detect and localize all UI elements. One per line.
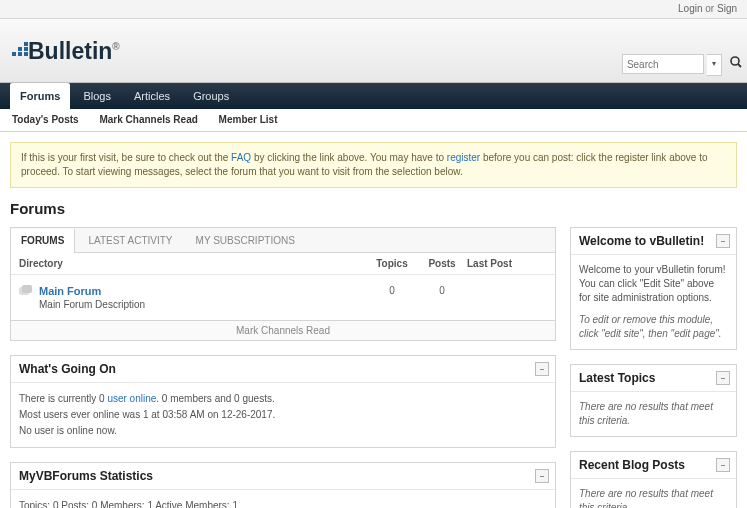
faq-link[interactable]: FAQ [231, 152, 251, 163]
collapse-icon[interactable]: – [716, 458, 730, 472]
site-logo[interactable]: Bulletin® [12, 38, 120, 65]
recent-blog-posts-block: Recent Blog Posts – There are no results… [570, 451, 737, 508]
empty-message: There are no results that meet this crit… [579, 488, 713, 508]
tab-latest-activity[interactable]: LATEST ACTIVITY [78, 229, 182, 253]
login-link[interactable]: Login [678, 3, 702, 14]
forum-row: Main Forum Main Forum Description 0 0 [11, 275, 555, 320]
signup-link[interactable]: Sign [717, 3, 737, 14]
wgo-line: Most users ever online was 1 at 03:58 AM… [19, 407, 547, 423]
col-last-post: Last Post [467, 258, 547, 269]
subnav-member-list[interactable]: Member List [219, 114, 278, 125]
block-title: Welcome to vBulletin! [579, 234, 704, 248]
latest-topics-block: Latest Topics – There are no results tha… [570, 364, 737, 437]
wgo-line: No user is online now. [19, 423, 547, 439]
empty-message: There are no results that meet this crit… [579, 401, 713, 426]
forum-last-post [467, 285, 547, 310]
stats-line: Topics: 0 Posts: 0 Members: 1 Active Mem… [19, 498, 547, 508]
nav-forums[interactable]: Forums [10, 83, 70, 109]
col-directory: Directory [19, 258, 367, 269]
collapse-icon[interactable]: – [716, 234, 730, 248]
search-icon[interactable] [729, 54, 743, 74]
nav-articles[interactable]: Articles [124, 83, 180, 109]
col-topics: Topics [367, 258, 417, 269]
svg-rect-1 [18, 47, 22, 51]
top-or: or [705, 3, 714, 14]
search-input[interactable] [622, 54, 704, 74]
nav-blogs[interactable]: Blogs [73, 83, 121, 109]
forum-status-icon [19, 285, 39, 310]
tab-forums[interactable]: FORUMS [11, 229, 75, 253]
users-online-link[interactable]: user online [107, 393, 156, 404]
header: Bulletin® ▾ [0, 19, 747, 83]
content: If this is your first visit, be sure to … [0, 132, 747, 508]
block-title: MyVBForums Statistics [19, 469, 153, 483]
search-box: ▾ [622, 54, 743, 76]
nav-groups[interactable]: Groups [183, 83, 239, 109]
first-visit-notice: If this is your first visit, be sure to … [10, 142, 737, 188]
statistics-block: MyVBForums Statistics – Topics: 0 Posts:… [10, 462, 556, 508]
sub-nav: Today's Posts Mark Channels Read Member … [0, 109, 747, 132]
notice-text: If this is your first visit, be sure to … [21, 152, 231, 163]
main-column: FORUMS LATEST ACTIVITY MY SUBSCRIPTIONS … [10, 227, 556, 508]
col-posts: Posts [417, 258, 467, 269]
page-title: Forums [10, 200, 737, 217]
block-title: Latest Topics [579, 371, 655, 385]
subnav-todays-posts[interactable]: Today's Posts [12, 114, 79, 125]
main-nav: Forums Blogs Articles Groups [0, 83, 747, 109]
mark-channels-read-button[interactable]: Mark Channels Read [10, 321, 556, 341]
forum-posts-count: 0 [417, 285, 467, 310]
wgo-line: . 0 members and 0 guests. [156, 393, 274, 404]
svg-point-6 [731, 57, 739, 65]
welcome-text: Welcome to your vBulletin forum! You can… [579, 263, 728, 305]
forum-topics-count: 0 [367, 285, 417, 310]
wgo-line: There is currently 0 [19, 393, 107, 404]
forum-list-header: Directory Topics Posts Last Post [11, 253, 555, 275]
forum-link[interactable]: Main Forum [39, 285, 101, 297]
collapse-icon[interactable]: – [535, 469, 549, 483]
forum-description: Main Forum Description [39, 299, 367, 310]
collapse-icon[interactable]: – [535, 362, 549, 376]
svg-rect-9 [22, 285, 32, 293]
collapse-icon[interactable]: – [716, 371, 730, 385]
forum-list: Directory Topics Posts Last Post Main Fo… [10, 252, 556, 321]
logo-text: Bulletin [28, 38, 112, 64]
subnav-mark-read[interactable]: Mark Channels Read [99, 114, 197, 125]
svg-rect-0 [12, 52, 16, 56]
search-dropdown[interactable]: ▾ [707, 54, 722, 76]
notice-text: by clicking the link above. You may have… [251, 152, 447, 163]
side-column: Welcome to vBulletin! – Welcome to your … [570, 227, 737, 508]
block-title: Recent Blog Posts [579, 458, 685, 472]
top-strip: Login or Sign [0, 0, 747, 19]
forum-tabs: FORUMS LATEST ACTIVITY MY SUBSCRIPTIONS [10, 227, 556, 252]
whats-going-on-block: What's Going On – There is currently 0 u… [10, 355, 556, 448]
welcome-block: Welcome to vBulletin! – Welcome to your … [570, 227, 737, 350]
tab-my-subscriptions[interactable]: MY SUBSCRIPTIONS [186, 229, 305, 253]
svg-line-7 [738, 64, 741, 67]
logo-reg: ® [112, 41, 119, 52]
block-title: What's Going On [19, 362, 116, 376]
svg-rect-2 [18, 52, 22, 56]
welcome-hint: To edit or remove this module, click "ed… [579, 314, 722, 339]
register-link[interactable]: register [447, 152, 480, 163]
